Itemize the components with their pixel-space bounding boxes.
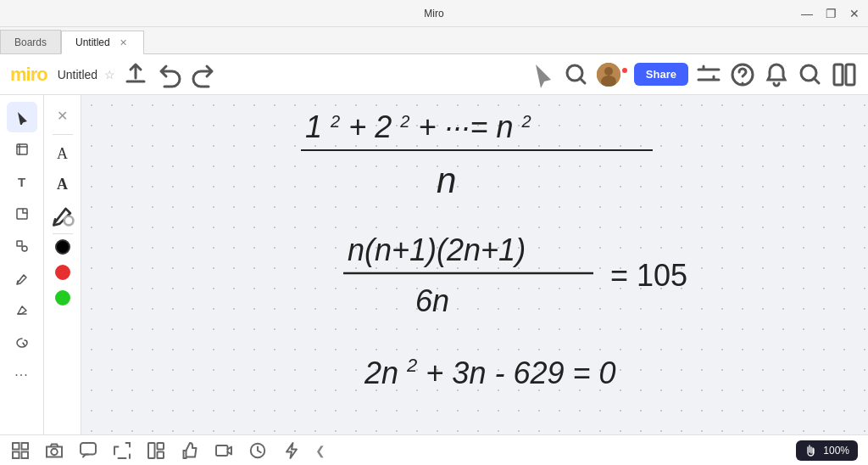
frames-icon [14,142,30,157]
adjust-button[interactable] [695,61,722,88]
comment-icon-btn[interactable] [78,440,98,461]
svg-rect-26 [81,443,96,455]
adjust-icon [695,61,722,88]
share-button[interactable]: Share [634,63,688,86]
text-tool-icon: T [18,175,25,189]
svg-rect-21 [13,443,19,450]
zoom-button[interactable] [563,61,590,88]
thumbsup-icon-btn[interactable] [180,440,200,461]
tab-untitled[interactable]: Untitled ✕ [61,31,144,54]
frame-icon-btn[interactable] [112,440,132,461]
pen-style-button[interactable] [49,201,76,228]
notifications-button[interactable] [763,61,790,88]
redo-button[interactable] [190,61,217,88]
tool-panel: ✕ A A [44,95,81,434]
layout-icon [146,440,166,461]
board-view-icon [831,61,858,88]
eraser-icon [14,303,30,318]
collapse-button[interactable]: ❮ [315,444,326,457]
sidebar-item-text[interactable]: T [7,166,37,197]
cursor-tool-button[interactable] [529,61,556,88]
board-view-button[interactable] [831,61,858,88]
lasso-icon [14,335,30,350]
frame-icon [112,440,132,461]
bell-icon [763,61,790,88]
bottom-toolbar: ❮ 100% [0,434,868,465]
sidebar-item-cursor[interactable] [7,102,37,132]
video-icon [214,440,234,461]
color-red[interactable] [55,265,70,280]
avatar[interactable] [597,63,620,87]
shapes-icon [14,238,30,254]
more-icon: ··· [14,367,28,383]
sidebar-item-frames[interactable] [7,134,37,165]
tab-close-button[interactable]: ✕ [117,36,130,49]
thumbsup-icon [180,440,200,461]
color-black[interactable] [55,239,70,255]
pen-medium-button[interactable]: A [49,171,76,198]
sidebar-item-lasso[interactable] [7,328,37,358]
left-sidebar: T [0,95,44,434]
main-area: T [0,95,868,434]
pen-thin-button[interactable]: A [49,140,76,167]
canvas-area[interactable]: 1 2 + 2 2 + ···= n 2 n n(n+1)(2n+1) [81,95,868,434]
camera-icon-btn[interactable] [44,440,64,461]
svg-rect-11 [22,246,27,251]
upload-button[interactable] [122,61,149,88]
svg-rect-22 [22,443,29,450]
tool-panel-close[interactable]: ✕ [49,102,76,129]
minimize-button[interactable]: — [800,7,814,20]
undo-icon [156,61,183,88]
avatar-image [597,63,620,87]
zoom-icon [563,61,590,88]
zoom-hand-icon [804,444,818,457]
sidebar-item-eraser[interactable] [7,295,37,326]
sidebar-item-pen[interactable] [7,263,37,294]
undo-button[interactable] [156,61,183,88]
tool-separator-2 [53,233,73,234]
grid-icon [10,440,31,461]
color-green[interactable] [55,290,70,305]
sidebar-item-more[interactable]: ··· [7,360,37,390]
sticky-icon [14,206,30,221]
svg-point-12 [64,216,73,226]
video-icon-btn[interactable] [214,440,234,461]
help-button[interactable] [729,61,756,88]
pen-thin-icon: A [57,145,68,163]
lightning-icon-btn[interactable] [281,440,302,461]
doc-title[interactable]: Untitled [58,68,97,81]
grid-icon-btn[interactable] [10,440,31,461]
zoom-indicator[interactable]: 100% [796,440,858,461]
camera-icon [44,440,64,461]
restore-button[interactable]: ❐ [824,7,837,20]
pen-icon [14,271,30,286]
star-button[interactable]: ☆ [104,68,115,81]
svg-rect-6 [834,64,843,85]
clock-icon [248,440,268,461]
pen-medium-icon: A [57,176,68,193]
svg-rect-23 [13,451,19,458]
svg-text:6n: 6n [415,283,449,318]
svg-rect-29 [158,451,164,458]
svg-text:1
          2
           + 2
 : 1 2 + 2 2 + ···= n 2 [305,99,531,144]
sidebar-item-shapes[interactable] [7,231,37,261]
svg-rect-8 [17,144,27,154]
window-controls: — ❐ ✕ [800,7,861,20]
svg-text:2n
          2
           + 3n: 2n 2 + 3n - 629 = 0 [364,344,616,390]
sidebar-item-sticky[interactable] [7,199,37,229]
tool-separator-1 [53,134,73,135]
svg-rect-27 [148,443,155,458]
svg-text:n(n+1)(2n+1): n(n+1)(2n+1) [348,232,526,267]
comment-icon [78,440,98,461]
layout-icon-btn[interactable] [146,440,166,461]
tab-boards-label: Boards [14,36,47,48]
window-title: Miro [424,8,443,20]
cursor-tool-icon [14,109,30,125]
search-button[interactable] [797,61,824,88]
svg-text:n: n [437,160,456,200]
svg-rect-10 [17,241,22,246]
titlebar: Miro — ❐ ✕ [0,0,868,27]
clock-icon-btn[interactable] [248,440,268,461]
close-button[interactable]: ✕ [848,7,861,20]
tab-boards[interactable]: Boards [0,30,61,53]
